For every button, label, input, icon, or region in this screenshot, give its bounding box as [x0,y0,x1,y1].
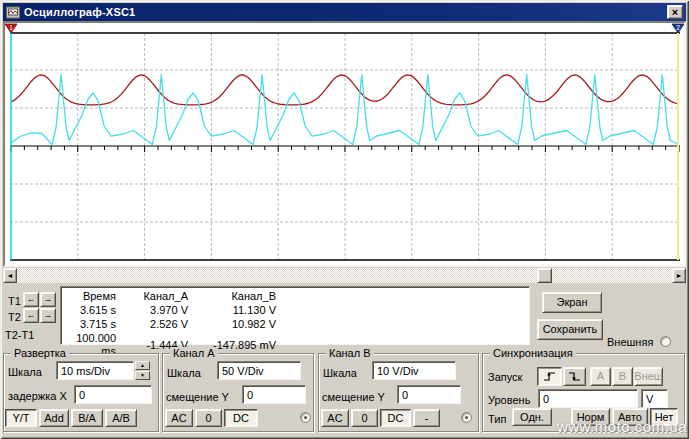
t1-left-button[interactable]: ← [23,292,39,307]
rising-edge-icon [543,371,557,382]
x-delay-label: задержка X [8,390,67,402]
h-scrollbar: ◄ ► [3,268,686,283]
trigger-source-ext-button[interactable]: Внеш [634,367,663,386]
t1-channel-b-value: 11.130 V [188,304,276,318]
scope-display-frame: 12 [3,21,686,267]
channel-b-offset-field[interactable]: 0 [397,385,461,404]
measurement-readout: Время Канал_A Канал_B 3.615 s 3.970 V 11… [60,286,530,345]
channel-a-dc-button[interactable]: DC [224,409,258,427]
t2-right-button[interactable]: → [40,308,56,323]
trigger-level-field[interactable]: 0 [538,389,638,408]
t2-channel-a-value: 2.526 V [116,318,188,332]
save-button-label: Сохранить [543,324,598,335]
source-b-label: B [619,371,626,382]
scroll-left-button[interactable]: ◄ [3,268,17,283]
trigger-source-a-button[interactable]: A [590,367,611,386]
screen-button[interactable]: Экран [542,292,602,313]
rising-edge-button[interactable] [537,367,562,386]
window-title: Осциллограф-XSC1 [24,6,135,18]
oscilloscope-icon [6,6,20,19]
channel-b-dc-button[interactable]: DC [380,409,411,427]
channel-b-minus-button[interactable]: - [413,409,440,427]
timebase-scale-field[interactable]: 10 ms/Div [56,361,134,380]
trigger-level-unit-field[interactable]: V [641,389,668,408]
spin-down-button[interactable]: ▼ [135,371,150,380]
trigger-source-b-button[interactable]: B [612,367,633,386]
t2-label: T2 [8,311,21,323]
delta-label: T2-T1 [5,329,34,341]
arrow-left-icon: ← [27,311,36,320]
channel-a-scale-field[interactable]: 50 V/Div [217,361,301,380]
t1-right-button[interactable]: → [40,292,56,307]
ab-mode-label: A/B [112,413,130,424]
channel-b-offset-label: смещение Y [322,391,385,403]
arrow-right-icon: → [44,311,53,320]
column-header-time: Время [61,290,116,304]
channel-a-ac-button[interactable]: AC [165,409,193,427]
minus-label: - [425,413,429,424]
source-a-label: A [597,371,604,382]
sync-legend: Синхронизация [490,347,576,360]
channel-a-offset-label: смещение Y [166,391,229,403]
t2-channel-b-value: 10.982 V [188,318,276,332]
spin-up-button[interactable]: ▲ [135,361,150,370]
t1-time-value: 3.615 s [61,304,116,318]
trigger-type-label: Тип [488,413,506,425]
t2-cursor-number: 2 [676,24,680,31]
ba-mode-label: B/A [78,413,96,424]
channel-a-scale-label: Шкала [167,367,201,379]
save-button[interactable]: Сохранить [537,319,603,340]
channel-a-radio[interactable] [300,412,311,423]
column-header-channel-a: Канал_A [116,290,188,304]
close-icon: × [672,7,678,18]
yt-mode-button[interactable]: Y/T [5,409,37,427]
ac-label: AC [171,413,186,424]
scrollbar-thumb[interactable] [537,268,552,283]
t1-cursor-number: 1 [9,24,13,31]
ac-label: AC [327,413,342,424]
scrollbar-track[interactable] [3,268,686,283]
add-mode-button[interactable]: Add [39,409,69,427]
t1-label: T1 [8,295,21,307]
yt-mode-label: Y/T [12,413,29,424]
spin-down-icon: ▼ [140,373,145,378]
trigger-label: Запуск [488,371,522,383]
trigger-single-button[interactable]: Одн. [512,408,552,426]
zero-label: 0 [361,413,367,424]
close-button[interactable]: × [667,5,683,19]
scope-display: 12 [5,23,684,265]
ba-mode-button[interactable]: B/A [71,409,103,427]
falling-edge-icon [568,371,582,382]
dc-label: DC [388,413,404,424]
ab-mode-button[interactable]: A/B [105,409,137,427]
falling-edge-button[interactable] [563,367,586,386]
add-mode-label: Add [44,413,64,424]
channel-a-legend: Канал A [170,347,218,360]
timebase-legend: Развертка [11,347,69,360]
t1-channel-a-value: 3.970 V [116,304,188,318]
source-ext-label: Внеш [634,371,662,382]
scroll-right-icon: ► [676,272,683,279]
screen-button-label: Экран [556,297,587,308]
channel-a-offset-field[interactable]: 0 [242,385,306,404]
external-trigger-radio[interactable] [660,336,671,347]
channel-a-zero-button[interactable]: 0 [195,409,222,427]
dc-label: DC [233,413,249,424]
arrow-right-icon: → [44,295,53,304]
x-delay-field[interactable]: 0 [74,385,152,404]
t2-left-button[interactable]: ← [23,308,39,323]
trigger-level-label: Уровень [488,394,530,406]
title-bar[interactable]: Осциллограф-XSC1 × [3,3,686,21]
cursor-nav-panel: T1 ← → T2 ← → T2-T1 [3,286,59,345]
external-trigger-label: Внешняя [607,336,653,348]
spin-up-icon: ▲ [140,363,145,368]
scroll-left-icon: ◄ [7,272,14,279]
channel-b-radio[interactable] [461,412,472,423]
channel-b-ac-button[interactable]: AC [321,409,349,427]
channel-b-scale-field[interactable]: 10 V/Div [372,361,456,380]
t2-time-value: 3.715 s [61,318,116,332]
column-header-channel-b: Канал_B [188,290,276,304]
scroll-right-button[interactable]: ► [672,268,686,283]
oscilloscope-window: Осциллограф-XSC1 × 12 ◄ ► T1 ← → T2 ← → [0,0,689,439]
channel-b-zero-button[interactable]: 0 [351,409,378,427]
